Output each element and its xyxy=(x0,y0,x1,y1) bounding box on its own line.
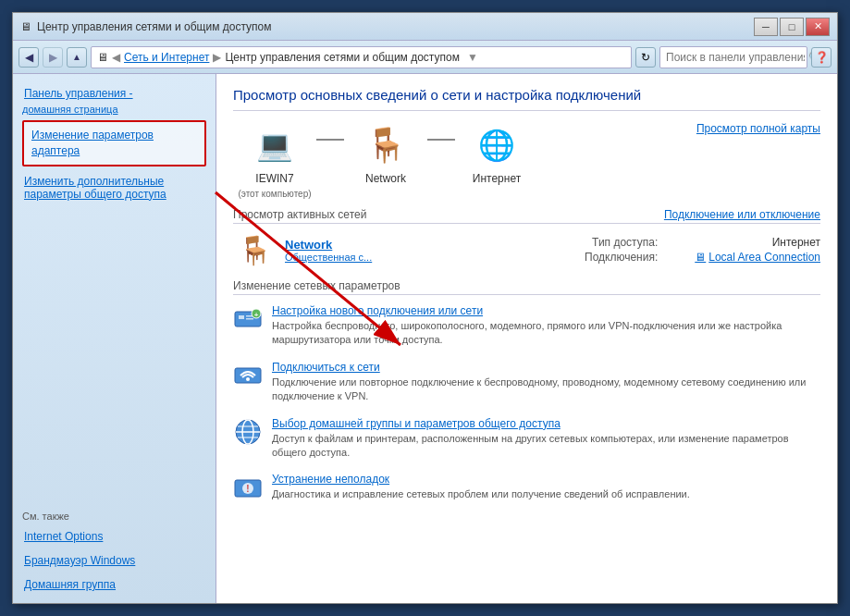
connections-label: Подключения: xyxy=(585,251,658,264)
sidebar-change-adapter-item[interactable]: Изменение параметров адаптера xyxy=(22,120,206,166)
sidebar-firewall-link[interactable]: Брандмауэр Windows xyxy=(22,551,206,570)
page-title: Просмотр основных сведений о сети и наст… xyxy=(233,87,820,111)
troubleshoot-link[interactable]: Устранение неполадок xyxy=(272,473,820,486)
network-info: Network Общественная с... xyxy=(285,238,575,263)
svg-rect-1 xyxy=(239,315,244,319)
help-button[interactable]: ❓ xyxy=(811,47,832,68)
new-connection-icon: + xyxy=(233,304,263,334)
active-networks-section: Просмотр активных сетей Подключение или … xyxy=(233,208,820,224)
network-type-link[interactable]: Общественная с... xyxy=(285,252,575,263)
network-connection-icon: 🖥 xyxy=(695,251,706,264)
window-title: Центр управления сетями и общим доступом xyxy=(37,20,272,33)
up-button[interactable]: ▲ xyxy=(67,47,87,68)
connect-desc: Подключение или повторное подключение к … xyxy=(272,376,806,401)
window-icon: 🖥 xyxy=(20,20,31,33)
svg-rect-3 xyxy=(246,318,253,320)
sidebar-homegroup-link[interactable]: Домашняя группа xyxy=(22,575,206,594)
homegroup-link[interactable]: Выбор домашней группы и параметров общег… xyxy=(272,417,820,430)
setting-row-troubleshoot: ! Устранение неполадок Диагностика и исп… xyxy=(233,473,820,502)
breadcrumb-item-1[interactable]: Сеть и Интернет xyxy=(124,51,209,64)
network-icon-internet: 🌐 Интернет xyxy=(455,122,538,185)
maximize-button[interactable]: □ xyxy=(780,18,804,36)
setting-row-connect: Подключиться к сети Подключение или повт… xyxy=(233,361,820,404)
local-area-connection-link[interactable]: 🖥 Local Area Connection xyxy=(695,251,820,264)
change-settings-title: Изменение сетевых параметров xyxy=(233,279,820,295)
sidebar: Панель управления - домашняя страница Из… xyxy=(13,74,216,603)
setting-row-new-connection: + Настройка нового подключения или сети … xyxy=(233,304,820,348)
access-type-label: Тип доступа: xyxy=(585,236,658,249)
view-full-map-link[interactable]: Просмотр полной карты xyxy=(696,122,820,135)
breadcrumb: 🖥 ◀ Сеть и Интернет ▶ Центр управления с… xyxy=(91,46,632,68)
sidebar-internet-options-link[interactable]: Internet Options xyxy=(22,527,206,546)
network-icon-computer: 💻 IEWIN7 (этот компьютер) xyxy=(233,122,316,199)
network-row: 🪑 Network Общественная с... Тип доступа:… xyxy=(233,231,820,268)
content-area: Просмотр основных сведений о сети и наст… xyxy=(216,74,837,603)
refresh-button[interactable]: ↻ xyxy=(635,47,656,68)
search-box: 🔍 xyxy=(659,46,807,68)
close-button[interactable]: ✕ xyxy=(806,18,830,36)
sidebar-home-link[interactable]: Панель управления - домашняя страница xyxy=(22,83,206,115)
new-connection-link[interactable]: Настройка нового подключения или сети xyxy=(272,304,820,317)
svg-point-7 xyxy=(246,377,250,381)
back-button[interactable]: ◀ xyxy=(18,47,39,68)
setting-row-homegroup: Выбор домашней группы и параметров общег… xyxy=(233,417,820,461)
active-networks-label: Просмотр активных сетей xyxy=(233,208,366,221)
breadcrumb-icon: 🖥 xyxy=(97,51,108,64)
breadcrumb-item-2: Центр управления сетями и общим доступом xyxy=(225,51,460,64)
homegroup-icon xyxy=(233,417,263,447)
network-bench-icon: 🪑 xyxy=(233,231,276,268)
forward-button[interactable]: ▶ xyxy=(43,47,63,68)
connect-link[interactable]: Подключиться к сети xyxy=(272,361,820,374)
connect-icon xyxy=(233,361,263,390)
search-input[interactable] xyxy=(666,51,805,64)
network-icon-network: 🪑 Network xyxy=(344,122,427,185)
homegroup-desc: Доступ к файлам и принтерам, расположенн… xyxy=(272,433,789,458)
troubleshoot-desc: Диагностика и исправление сетевых пробле… xyxy=(272,488,690,499)
network-name-link[interactable]: Network xyxy=(285,238,575,252)
troubleshoot-icon: ! xyxy=(233,473,263,502)
connect-disconnect-link[interactable]: Подключение или отключение xyxy=(664,208,820,221)
sidebar-change-sharing-link[interactable]: Изменить дополнительные параметры общего… xyxy=(22,172,206,203)
svg-text:!: ! xyxy=(246,484,249,494)
network-details: Тип доступа: Подключения: Интернет 🖥 Loc… xyxy=(585,236,820,264)
svg-text:+: + xyxy=(254,311,259,319)
access-type-value: Интернет xyxy=(695,236,820,249)
new-connection-desc: Настройка беспроводного, широкополосного… xyxy=(272,320,782,345)
sidebar-see-also-label: См. также xyxy=(22,511,206,522)
minimize-button[interactable]: ─ xyxy=(754,18,778,36)
